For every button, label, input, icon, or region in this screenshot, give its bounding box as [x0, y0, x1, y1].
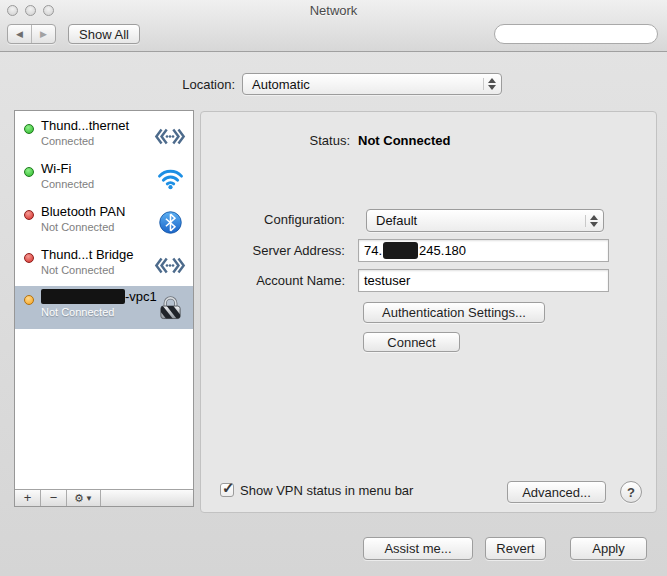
account-name-value: testuser [364, 273, 410, 288]
show-vpn-status-label: Show VPN status in menu bar [240, 483, 413, 498]
interface-name: Thund...thernet [41, 118, 129, 133]
redaction-box [383, 242, 418, 259]
status-dot-connected [24, 167, 34, 177]
back-arrow-icon: ◀ [16, 29, 23, 39]
advanced-button[interactable]: Advanced... [507, 481, 606, 503]
search-field[interactable] [494, 24, 658, 44]
back-button[interactable]: ◀ [8, 25, 31, 43]
titlebar: Network ◀ ▶ Show All [0, 0, 667, 52]
interface-status: Not Connected [41, 264, 114, 276]
interface-name: -vpc1 [41, 289, 157, 304]
status-value: Not Connected [358, 133, 450, 148]
assist-me-button[interactable]: Assist me... [363, 537, 473, 560]
bluetooth-icon [153, 205, 187, 239]
list-item-vpn-selected[interactable]: -vpc1 Not Connected [15, 286, 193, 329]
vpn-settings-panel: Status: Not Connected Configuration: Def… [200, 111, 657, 513]
location-popup[interactable]: Automatic [242, 73, 502, 95]
interface-status: Connected [41, 135, 94, 147]
footer-spacer [101, 490, 193, 506]
list-item-bluetooth-pan[interactable]: Bluetooth PAN Not Connected [15, 201, 193, 243]
forward-arrow-icon: ▶ [40, 29, 47, 39]
interface-name: Wi-Fi [41, 161, 71, 176]
actions-menu-button[interactable]: ⚙▼ [67, 490, 101, 506]
gear-icon: ⚙ [74, 491, 84, 506]
interface-name: Thund...t Bridge [41, 247, 134, 262]
status-dot-connected [24, 124, 34, 134]
help-button[interactable]: ? [620, 481, 642, 503]
list-item-thunderbolt-bridge[interactable]: Thund...t Bridge Not Connected [15, 244, 193, 286]
server-address-value: 74.245.180 [364, 242, 466, 259]
search-input[interactable] [501, 27, 665, 41]
list-item-thunderbolt-ethernet[interactable]: Thund...thernet Connected [15, 115, 193, 157]
nav-back-forward: ◀ ▶ [7, 24, 56, 44]
account-name-label: Account Name: [201, 273, 345, 288]
connect-button[interactable]: Connect [363, 332, 460, 352]
list-item-wifi[interactable]: Wi-Fi Connected [15, 158, 193, 200]
ethernet-icon [153, 119, 187, 153]
popup-stepper-icon [588, 213, 599, 229]
redaction-box [41, 289, 125, 304]
interface-status: Not Connected [41, 221, 114, 233]
vpn-lock-icon [153, 290, 187, 324]
status-dot-warning [24, 295, 34, 305]
ethernet-icon [153, 248, 187, 282]
location-value: Automatic [252, 77, 310, 92]
interface-status: Connected [41, 178, 94, 190]
interface-status: Not Connected [41, 306, 114, 318]
remove-interface-button[interactable]: − [41, 490, 67, 506]
authentication-settings-button[interactable]: Authentication Settings... [363, 302, 545, 323]
server-address-label: Server Address: [201, 243, 345, 258]
status-dot-not-connected [24, 253, 34, 263]
server-address-field[interactable]: 74.245.180 [358, 239, 609, 262]
interface-list-items: Thund...thernet Connected Wi-Fi Connecte… [15, 111, 193, 489]
configuration-value: Default [376, 213, 417, 228]
checkmark-icon: ✓ [222, 479, 235, 497]
wifi-icon [153, 162, 187, 196]
chevron-down-icon: ▼ [85, 491, 93, 506]
window-title: Network [0, 3, 667, 18]
forward-button[interactable]: ▶ [31, 25, 55, 43]
configuration-popup[interactable]: Default [366, 209, 604, 232]
status-label: Status: [201, 133, 350, 148]
apply-button[interactable]: Apply [570, 537, 647, 560]
list-footer-toolbar: + − ⚙▼ [15, 489, 193, 506]
network-preferences-window: Network ◀ ▶ Show All Location: Automatic… [0, 0, 667, 576]
add-interface-button[interactable]: + [15, 490, 41, 506]
account-name-field[interactable]: testuser [358, 269, 609, 292]
show-vpn-status-checkbox[interactable]: ✓ [220, 483, 234, 497]
show-all-button[interactable]: Show All [68, 24, 140, 44]
location-label: Location: [95, 77, 235, 92]
status-dot-not-connected [24, 210, 34, 220]
interface-list: Thund...thernet Connected Wi-Fi Connecte… [14, 110, 194, 507]
configuration-label: Configuration: [201, 212, 345, 227]
interface-name: Bluetooth PAN [41, 204, 125, 219]
popup-stepper-icon [486, 76, 497, 92]
revert-button[interactable]: Revert [485, 537, 546, 560]
